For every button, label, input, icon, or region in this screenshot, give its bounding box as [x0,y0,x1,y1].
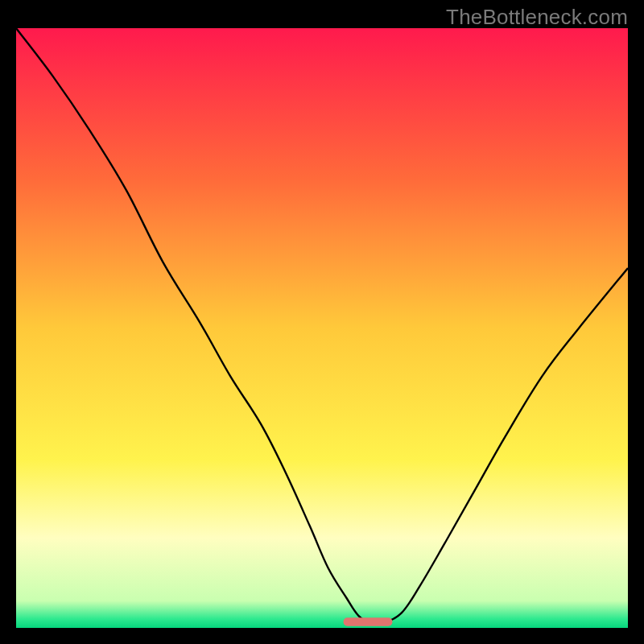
chart-background [16,28,628,628]
chart-frame: TheBottleneck.com [0,0,644,644]
watermark-text: TheBottleneck.com [446,5,628,30]
bottleneck-chart [16,28,628,628]
optimal-range-marker [344,617,393,625]
